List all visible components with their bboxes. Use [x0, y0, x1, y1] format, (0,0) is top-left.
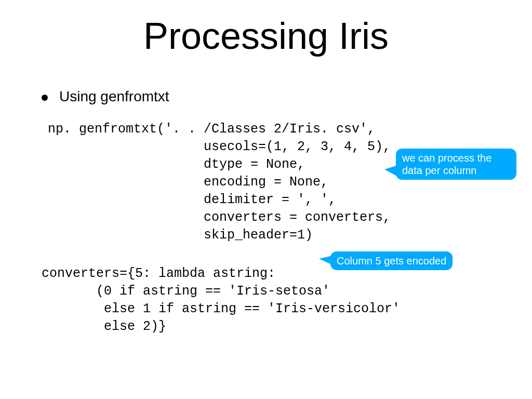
- slide-title: Processing Iris: [0, 15, 532, 57]
- callout-tail-icon: [319, 256, 332, 265]
- slide: Processing Iris Using genfromtxt np. gen…: [0, 0, 532, 399]
- bullet-item: Using genfromtxt: [42, 88, 169, 105]
- code-block-genfromtxt: np. genfromtxt('. . /Classes 2/Iris. csv…: [48, 121, 391, 244]
- callout-tail-icon: [384, 165, 398, 177]
- callout-process-per-column: we can process the data per column: [396, 149, 516, 180]
- callout-line-2: data per column: [402, 165, 476, 176]
- bullet-icon: [42, 95, 48, 101]
- bullet-text: Using genfromtxt: [59, 88, 169, 105]
- code-block-converters: converters={5: lambda astring: (0 if ast…: [42, 265, 400, 336]
- callout-line-1: we can process the: [402, 152, 491, 164]
